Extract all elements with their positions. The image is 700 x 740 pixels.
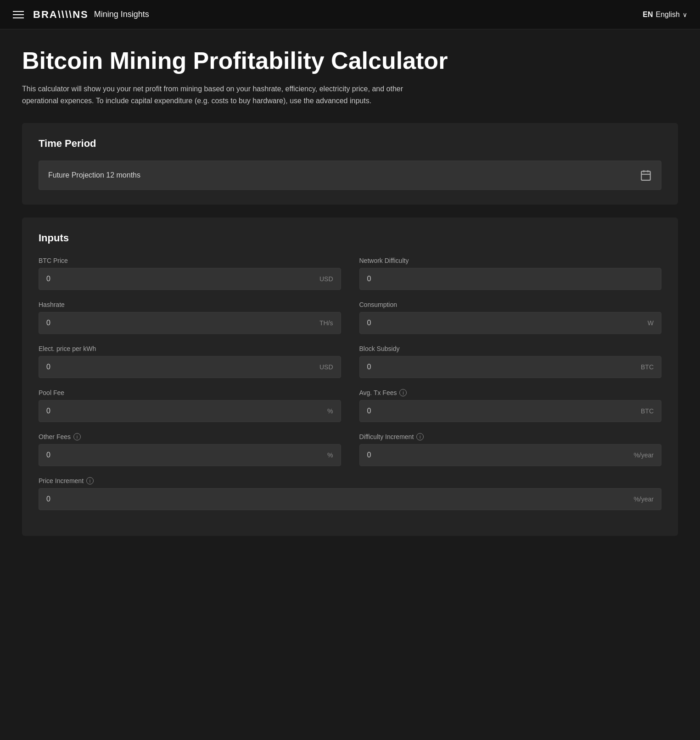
label-elec-price: Elect. price per kWh — [39, 345, 341, 352]
unit-other-fees: % — [327, 451, 333, 459]
input-other-fees[interactable] — [46, 451, 276, 459]
unit-avg-tx-fees: BTC — [641, 407, 654, 415]
navbar: BRA\\\\NS Mining Insights EN English ∨ — [0, 0, 700, 29]
label-hashrate: Hashrate — [39, 301, 341, 308]
info-icon-other-fees[interactable]: i — [73, 433, 81, 440]
info-icon-avg-tx-fees[interactable]: i — [399, 389, 407, 396]
unit-pool-fee: % — [327, 407, 333, 415]
unit-price-increment: %/year — [633, 495, 654, 503]
input-group-difficulty-increment: Difficulty Incrementi%/year — [359, 433, 662, 466]
input-wrapper-other-fees: % — [39, 444, 341, 466]
input-wrapper-network-difficulty — [359, 268, 662, 290]
input-wrapper-pool-fee: % — [39, 400, 341, 422]
unit-difficulty-increment: %/year — [633, 451, 654, 459]
brand: BRA\\\\NS Mining Insights — [33, 9, 149, 21]
input-hashrate[interactable] — [46, 319, 276, 327]
input-group-btc-price: BTC PriceUSD — [39, 257, 341, 290]
unit-block-subsidy: BTC — [641, 363, 654, 371]
unit-consumption: W — [648, 319, 654, 327]
input-wrapper-avg-tx-fees: BTC — [359, 400, 662, 422]
unit-btc-price: USD — [319, 275, 333, 283]
page-title: Bitcoin Mining Profitability Calculator — [22, 48, 678, 74]
input-wrapper-consumption: W — [359, 312, 662, 334]
input-avg-tx-fees[interactable] — [367, 407, 597, 415]
input-consumption[interactable] — [367, 319, 597, 327]
label-other-fees: Other Feesi — [39, 433, 341, 440]
label-difficulty-increment: Difficulty Incrementi — [359, 433, 662, 440]
language-selector[interactable]: EN English ∨ — [643, 11, 687, 19]
brand-subtitle: Mining Insights — [94, 10, 149, 19]
inputs-title: Inputs — [39, 232, 661, 244]
input-group-price-increment: Price Incrementi%/year — [39, 477, 661, 510]
info-icon-price-increment[interactable]: i — [86, 477, 94, 484]
input-group-other-fees: Other Feesi% — [39, 433, 341, 466]
input-network-difficulty[interactable] — [367, 275, 597, 283]
info-icon-difficulty-increment[interactable]: i — [416, 433, 424, 440]
chevron-down-icon: ∨ — [683, 11, 687, 18]
input-wrapper-block-subsidy: BTC — [359, 356, 662, 378]
input-group-block-subsidy: Block SubsidyBTC — [359, 345, 662, 378]
label-pool-fee: Pool Fee — [39, 389, 341, 396]
label-network-difficulty: Network Difficulty — [359, 257, 662, 264]
navbar-left: BRA\\\\NS Mining Insights — [13, 9, 149, 21]
lang-name: English — [656, 11, 680, 19]
label-price-increment: Price Incrementi — [39, 477, 661, 484]
time-period-value: Future Projection 12 months — [48, 171, 140, 179]
label-block-subsidy: Block Subsidy — [359, 345, 662, 352]
input-wrapper-hashrate: TH/s — [39, 312, 341, 334]
lang-code: EN — [643, 11, 653, 19]
input-group-hashrate: HashrateTH/s — [39, 301, 341, 334]
input-elec-price[interactable] — [46, 363, 276, 371]
label-avg-tx-fees: Avg. Tx Feesi — [359, 389, 662, 396]
inputs-card: Inputs BTC PriceUSDNetwork DifficultyHas… — [22, 217, 678, 536]
input-block-subsidy[interactable] — [367, 363, 597, 371]
time-period-card: Time Period Future Projection 12 months — [22, 123, 678, 205]
main-content: Bitcoin Mining Profitability Calculator … — [0, 29, 700, 567]
calendar-icon — [640, 169, 652, 181]
input-price-increment[interactable] — [46, 495, 532, 503]
input-group-elec-price: Elect. price per kWhUSD — [39, 345, 341, 378]
input-btc-price[interactable] — [46, 275, 276, 283]
inputs-grid: BTC PriceUSDNetwork DifficultyHashrateTH… — [39, 257, 661, 521]
brand-logo: BRA\\\\NS — [33, 9, 89, 21]
input-wrapper-btc-price: USD — [39, 268, 341, 290]
unit-hashrate: TH/s — [319, 319, 333, 327]
input-wrapper-price-increment: %/year — [39, 488, 661, 510]
input-group-pool-fee: Pool Fee% — [39, 389, 341, 422]
input-group-consumption: ConsumptionW — [359, 301, 662, 334]
input-pool-fee[interactable] — [46, 407, 276, 415]
time-period-title: Time Period — [39, 138, 661, 150]
input-group-avg-tx-fees: Avg. Tx FeesiBTC — [359, 389, 662, 422]
input-group-network-difficulty: Network Difficulty — [359, 257, 662, 290]
svg-rect-0 — [641, 172, 650, 181]
label-btc-price: BTC Price — [39, 257, 341, 264]
time-period-selector[interactable]: Future Projection 12 months — [39, 161, 661, 190]
unit-elec-price: USD — [319, 363, 333, 371]
label-consumption: Consumption — [359, 301, 662, 308]
input-wrapper-difficulty-increment: %/year — [359, 444, 662, 466]
input-wrapper-elec-price: USD — [39, 356, 341, 378]
page-description: This calculator will show you your net p… — [22, 83, 435, 106]
input-difficulty-increment[interactable] — [367, 451, 597, 459]
hamburger-menu[interactable] — [13, 11, 24, 18]
